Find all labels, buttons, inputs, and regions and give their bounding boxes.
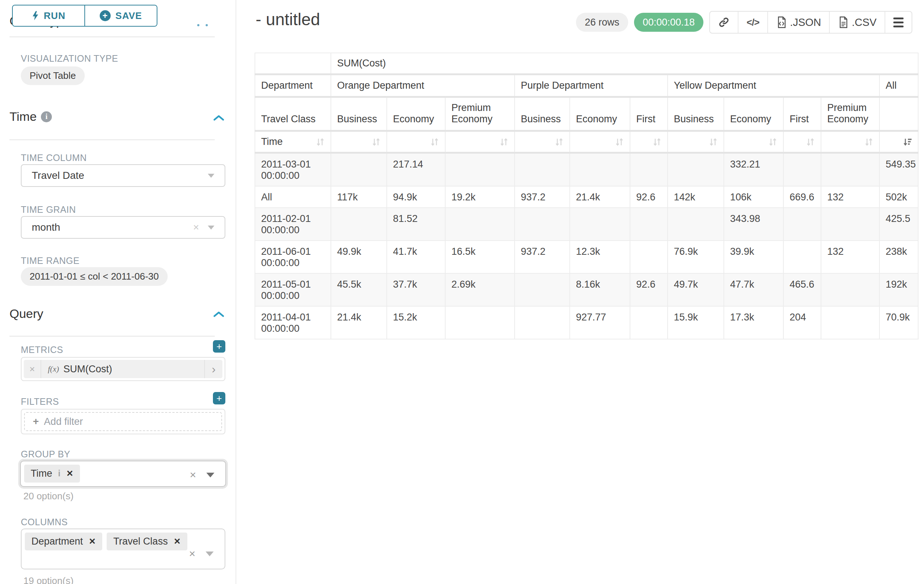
run-button[interactable]: RUN [13,5,84,26]
clear-icon[interactable]: × [190,469,196,480]
cell [445,306,515,339]
sort-icon[interactable] [653,137,662,147]
clear-icon[interactable]: × [189,548,195,559]
row-header: 2011-02-01 00:00:00 [255,208,331,240]
sort-cell [445,131,515,153]
table-row: 2011-03-01 00:00:00 217.14 332.21 549.35 [255,153,918,186]
plus-icon: + [33,416,39,427]
subcol-header [879,97,918,131]
cell: 49.7k [668,273,724,306]
run-save-button-group: RUN + SAVE [12,5,157,26]
sort-desc-icon[interactable] [903,137,912,147]
json-file-icon [776,16,787,28]
cell [784,240,821,273]
group-by-chip-time[interactable]: Time i ✕ [24,465,80,482]
remove-chip-icon[interactable]: ✕ [66,469,73,479]
row-header: All [255,186,331,208]
cell [821,153,879,186]
travel-class-header-row: Travel Class Business Economy Premium Ec… [255,97,918,131]
sort-icon[interactable] [865,137,873,147]
chart-menu-button[interactable] [884,12,912,33]
view-query-button[interactable]: </> [738,12,767,33]
cell: 19.2k [445,186,515,208]
group-header-yellow: Yellow Department [668,74,879,97]
cell: 238k [879,240,918,273]
visualization-type-chip[interactable]: Pivot Table [21,66,85,85]
export-csv-button[interactable]: .CSV [829,12,884,33]
save-button[interactable]: + SAVE [84,5,157,26]
chevron-up-icon[interactable] [213,115,224,121]
subcol-header: Business [515,97,570,131]
sort-icon[interactable] [769,137,777,147]
cell: 937.2 [515,240,570,273]
add-metric-button[interactable]: + [213,340,225,353]
metric-header-cell: SUM(Cost) [331,53,918,74]
chevron-right-icon[interactable]: › [204,360,223,378]
export-json-button[interactable]: .JSON [767,12,829,33]
cell [331,208,387,240]
columns-select[interactable]: Department ✕ Travel Class ✕ × [21,528,225,569]
cell: 132 [821,240,879,273]
cell [668,153,724,186]
subcol-header: First [784,97,821,131]
group-by-select[interactable]: Time i ✕ × [20,461,226,487]
chevron-up-icon[interactable] [213,311,224,317]
cell [515,273,570,306]
cell [630,208,668,240]
pivot-table-container: SUM(Cost) Department Orange Department P… [254,53,919,339]
time-grain-value: month [32,222,193,233]
subcol-header: Economy [570,97,630,131]
sort-icon[interactable] [615,137,624,147]
chip-label: Travel Class [113,536,168,547]
cell: 49.9k [331,240,387,273]
time-section-title: Time [10,110,36,124]
cell: 41.7k [387,240,445,273]
cell [445,208,515,240]
filters-label: FILTERS [21,396,59,407]
add-filter-dropzone[interactable]: + Add filter [24,412,222,431]
sort-icon[interactable] [316,137,325,147]
group-by-options-hint: 20 option(s) [23,490,73,502]
query-section-header[interactable]: Query [10,307,43,321]
sort-icon[interactable] [709,137,718,147]
columns-chip-department[interactable]: Department ✕ [25,533,102,550]
metric-chip[interactable]: × f(x) SUM(Cost) › [24,360,223,378]
cell: 465.6 [784,273,821,306]
metric-name: SUM(Cost) [64,364,204,375]
remove-chip-icon[interactable]: ✕ [173,536,180,546]
time-column-select[interactable]: Travel Date [21,164,225,187]
cell: 47.7k [724,273,784,306]
cell [515,306,570,339]
col-dim1-label-cell: Department [255,74,331,97]
plus-icon: + [216,342,222,351]
row-header: 2011-03-01 00:00:00 [255,153,331,186]
sort-icon[interactable] [430,137,439,147]
sort-icon[interactable] [372,137,381,147]
time-section-header[interactable]: Time i [10,110,52,124]
time-range-chip[interactable]: 2011-01-01 ≤ col < 2011-06-30 [21,267,168,286]
caret-down-icon [206,473,214,477]
cell [570,208,630,240]
chart-title[interactable]: - untitled [256,10,320,29]
cell [515,208,570,240]
sort-icon[interactable] [500,137,508,147]
bolt-icon [32,11,39,21]
share-link-button[interactable] [710,12,738,33]
clear-icon[interactable]: × [193,222,199,232]
remove-chip-icon[interactable]: ✕ [89,536,96,546]
columns-label: COLUMNS [21,517,68,527]
remove-metric-icon[interactable]: × [24,360,41,378]
cell: 217.14 [387,153,445,186]
cell: 549.35 [879,153,918,186]
row-dim-label: Time [261,136,283,148]
sort-cell [331,131,387,153]
metric-header-row: SUM(Cost) [255,53,918,74]
sort-icon[interactable] [806,137,815,147]
time-grain-select[interactable]: month × [21,216,225,239]
add-filter-button[interactable]: + [213,392,225,405]
cell [821,306,879,339]
cell [331,153,387,186]
sort-icon[interactable] [555,137,564,147]
columns-chip-travel-class[interactable]: Travel Class ✕ [107,533,187,550]
plus-icon: + [216,393,222,403]
